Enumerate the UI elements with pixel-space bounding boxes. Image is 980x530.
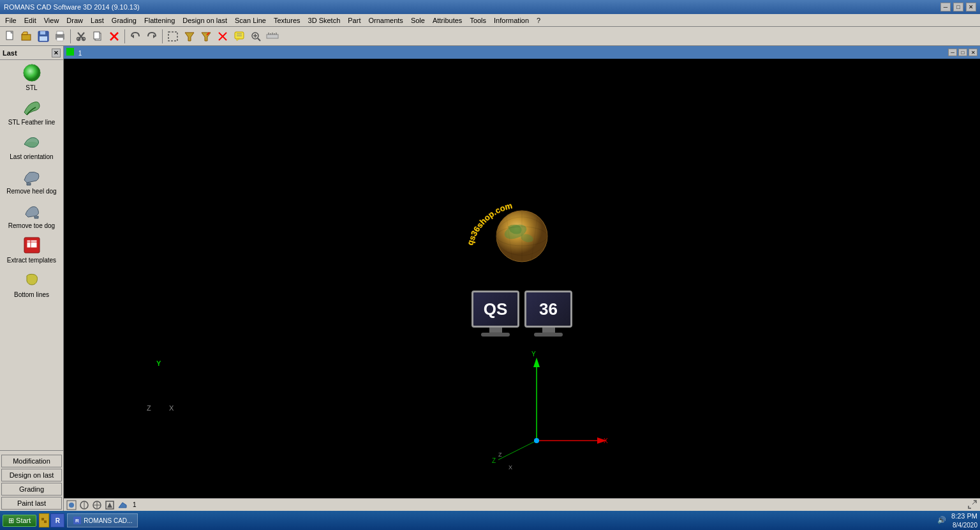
delete-button[interactable] [107, 29, 122, 44]
svg-marker-21 [185, 33, 194, 41]
svg-text:Z: Z [492, 457, 496, 464]
measure-button[interactable] [265, 29, 280, 44]
tool-stl[interactable]: STL [0, 60, 63, 95]
menu-sole[interactable]: Sole [407, 15, 429, 26]
save-button[interactable] [36, 29, 51, 44]
filter-cancel-button[interactable] [215, 29, 230, 44]
panel-close-button[interactable]: ✕ [52, 49, 61, 57]
canvas-maximize[interactable]: □ [958, 49, 967, 56]
minimize-button[interactable]: ─ [940, 3, 951, 11]
modification-button[interactable]: Modification [1, 455, 62, 467]
stl-feather-icon [22, 97, 42, 117]
status-icon-5[interactable] [117, 500, 128, 510]
design-on-last-button[interactable]: Design on last [1, 469, 62, 481]
bottom-panel: Modification Design on last Grading Pain… [0, 450, 63, 511]
monitor-left-screen: QS [471, 291, 519, 328]
filter2-button[interactable] [198, 29, 214, 44]
svg-rect-9 [57, 38, 63, 41]
tool-stl-feather[interactable]: STL Feather line [0, 95, 63, 129]
tool-extract-templates[interactable]: Extract templates [0, 232, 63, 267]
menu-textures[interactable]: Textures [270, 15, 304, 26]
menu-flattening[interactable]: Flattening [140, 15, 179, 26]
menu-edit[interactable]: Edit [20, 15, 40, 26]
bottom-lines-icon [22, 269, 42, 290]
window-title: ROMANS CAD Software 3D 2014 (9.10.13) [4, 3, 140, 11]
tool-remove-heel[interactable]: Remove heel dog [0, 163, 63, 198]
menu-bar: File Edit View Draw Last Grading Flatten… [0, 14, 980, 27]
menu-part[interactable]: Part [344, 15, 364, 26]
print-button[interactable] [52, 29, 68, 44]
last-orientation-icon [22, 132, 42, 152]
status-icon-2[interactable] [79, 500, 89, 510]
undo-button[interactable] [128, 29, 143, 44]
svg-marker-27 [237, 39, 239, 41]
svg-text:Y: Y [531, 351, 536, 358]
copy-button[interactable] [90, 29, 105, 44]
toolbar [0, 27, 980, 46]
monitor-left: QS [471, 291, 519, 337]
menu-grading[interactable]: Grading [108, 15, 140, 26]
menu-ornaments[interactable]: Ornaments [364, 15, 406, 26]
menu-file[interactable]: File [1, 15, 20, 26]
menu-attributes[interactable]: Attributes [429, 15, 466, 26]
taskbar-app-item[interactable]: R ROMANS CAD... [67, 513, 138, 527]
svg-point-63 [534, 438, 539, 443]
start-button[interactable]: ⊞ Start [3, 515, 36, 527]
menu-design-on-last[interactable]: Design on last [179, 15, 231, 26]
panel-title: Last [3, 49, 17, 57]
canvas-close[interactable]: ✕ [969, 49, 977, 56]
new-button[interactable] [3, 29, 18, 44]
panel-header: Last ✕ [0, 46, 63, 60]
svg-rect-6 [40, 36, 47, 41]
tool-remove-toe[interactable]: Remove toe dog [0, 198, 63, 232]
canvas-resize-icon[interactable] [967, 499, 977, 511]
menu-help[interactable]: ? [533, 15, 544, 26]
svg-line-31 [258, 38, 260, 41]
volume-icon[interactable]: 🔊 [937, 516, 946, 524]
taskbar-icon-1[interactable] [39, 513, 49, 527]
cut-button[interactable] [73, 29, 89, 44]
menu-information[interactable]: Information [490, 15, 533, 26]
menu-draw[interactable]: Draw [63, 15, 87, 26]
canvas-area: 1 ─ □ ✕ [64, 46, 980, 511]
tool-remove-toe-label: Remove toe dog [8, 222, 55, 230]
taskbar-icon-2[interactable]: R [50, 513, 64, 527]
grading-button[interactable]: Grading [1, 483, 62, 496]
paint-last-button[interactable]: Paint last [1, 497, 62, 510]
open-button[interactable] [19, 29, 34, 44]
select-button[interactable] [165, 29, 181, 44]
menu-3dsketch[interactable]: 3D Sketch [304, 15, 345, 26]
menu-tools[interactable]: Tools [466, 15, 490, 26]
status-icon-4[interactable] [105, 500, 115, 510]
monitor-right: 36 [524, 291, 572, 337]
svg-rect-5 [40, 31, 45, 34]
tool-bottom-lines[interactable]: Bottom lines [0, 267, 63, 301]
monitor-right-neck [542, 328, 555, 333]
menu-last[interactable]: Last [87, 15, 108, 26]
taskbar-right: 🔊 8:23 PM 8/4/2020 [937, 511, 977, 529]
zoom-button[interactable] [248, 29, 264, 44]
taskbar: ⊞ Start R R ROMANS CAD... 🔊 8:23 PM 8/4/… [0, 511, 980, 530]
svg-rect-46 [27, 240, 37, 248]
menu-scan-line[interactable]: Scan Line [231, 15, 270, 26]
maximize-button[interactable]: □ [953, 3, 963, 11]
close-button[interactable]: ✕ [966, 3, 976, 11]
system-tray: 🔊 [937, 516, 946, 524]
comment-button[interactable] [232, 29, 247, 44]
svg-marker-59 [533, 358, 540, 367]
redo-button[interactable] [144, 29, 160, 44]
status-icon-3[interactable] [92, 500, 102, 510]
svg-marker-22 [202, 33, 211, 41]
status-icon-1[interactable] [66, 500, 77, 510]
toolbar-separator-3 [162, 29, 163, 43]
tool-last-orientation[interactable]: Last orientation [0, 129, 63, 163]
canvas-window-controls: ─ □ ✕ [948, 49, 977, 56]
filter1-button[interactable] [182, 29, 197, 44]
canvas-minimize[interactable]: ─ [948, 49, 957, 56]
remove-heel-icon [22, 166, 42, 186]
title-bar: ROMANS CAD Software 3D 2014 (9.10.13) ─ … [0, 0, 980, 14]
svg-rect-81 [44, 520, 47, 523]
menu-view[interactable]: View [40, 15, 63, 26]
clock-time: 8:23 PM [951, 511, 977, 520]
svg-rect-20 [168, 32, 177, 41]
